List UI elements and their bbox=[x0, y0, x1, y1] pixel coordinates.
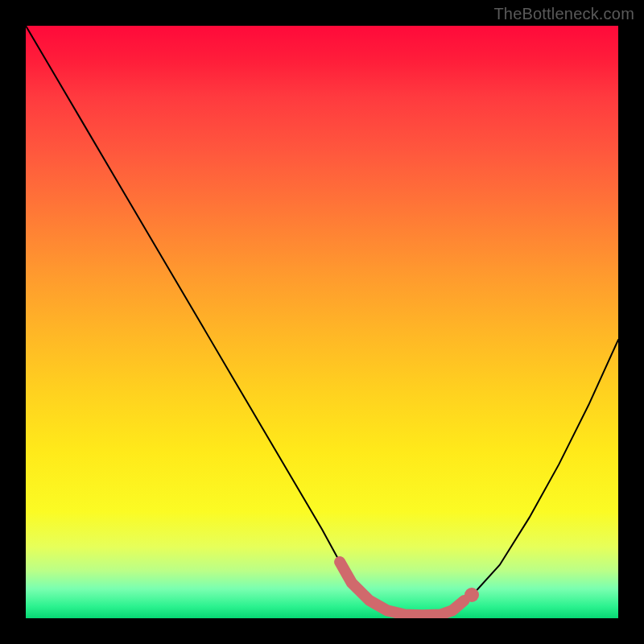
plot-area bbox=[26, 26, 618, 618]
curve-layer bbox=[26, 26, 618, 618]
bottleneck-curve bbox=[26, 26, 618, 615]
highlight-end-dot bbox=[464, 588, 479, 602]
highlight-segment bbox=[340, 562, 464, 615]
watermark-text: TheBottleneck.com bbox=[493, 5, 634, 23]
chart-frame: TheBottleneck.com bbox=[0, 0, 644, 644]
